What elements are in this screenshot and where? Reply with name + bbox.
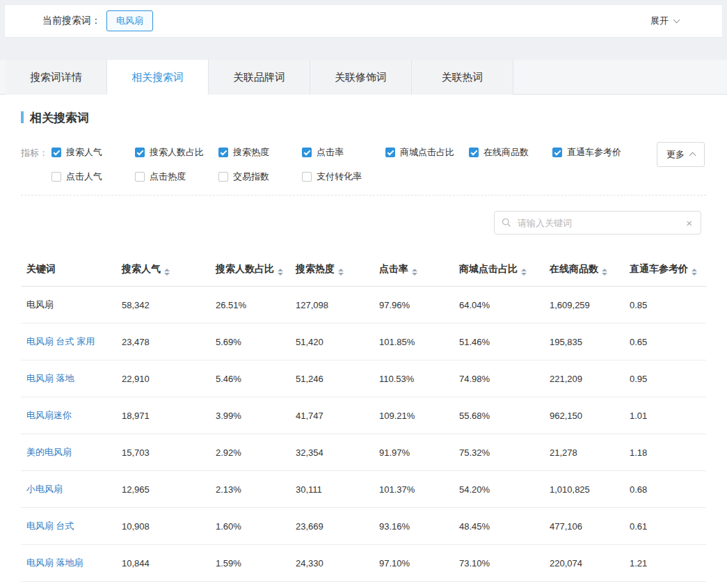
ztc-reference-price-cell: 1.21 bbox=[624, 545, 706, 582]
mall-click-ratio-cell: 64.04% bbox=[454, 287, 544, 324]
table-row: 电风扇 台式 10,908 1.60% 23,669 93.16% 48.45%… bbox=[21, 508, 706, 545]
metric-checkbox-item[interactable]: 搜索人数占比 bbox=[135, 146, 218, 159]
tab[interactable]: 关联修饰词 bbox=[310, 60, 412, 95]
search-heat-cell: 32,354 bbox=[290, 434, 374, 471]
table-header-cell[interactable]: 搜索人数占比 bbox=[210, 253, 290, 287]
checkbox[interactable] bbox=[302, 172, 312, 182]
keyword-link[interactable]: 电风扇 落地扇 bbox=[26, 557, 83, 568]
sort-icon[interactable] bbox=[412, 269, 417, 276]
table-header-cell[interactable]: 直通车参考价 bbox=[624, 253, 706, 287]
mall-click-ratio-cell: 51.46% bbox=[454, 324, 544, 360]
tab[interactable]: 相关搜索词 bbox=[107, 60, 209, 95]
search-term-tag[interactable]: 电风扇 bbox=[106, 10, 153, 31]
column-label: 点击率 bbox=[379, 263, 408, 274]
checkbox-label: 在线商品数 bbox=[484, 146, 529, 159]
expand-button[interactable]: 展开 bbox=[650, 15, 679, 27]
online-products-cell: 220,074 bbox=[544, 545, 624, 582]
metric-checkbox-item[interactable]: 搜索热度 bbox=[218, 146, 302, 159]
metric-row-1: 搜索人气 搜索人数占比 搜索热度 点击率 bbox=[51, 146, 706, 159]
sort-icon[interactable] bbox=[338, 269, 344, 276]
ztc-reference-price-cell: 1.18 bbox=[624, 434, 706, 471]
tab[interactable]: 关联品牌词 bbox=[209, 60, 310, 95]
checkbox-label: 直通车参考价 bbox=[567, 146, 621, 159]
metrics-label: 指标： bbox=[21, 146, 51, 195]
metric-checkbox-item[interactable]: 点击率 bbox=[302, 146, 385, 159]
keyword-cell: 小电风扇 bbox=[21, 471, 116, 508]
metric-checkbox-item[interactable]: 点击人气 bbox=[51, 170, 135, 183]
table-header-cell[interactable]: 关键词 bbox=[21, 253, 116, 287]
search-heat-cell: 30,111 bbox=[290, 471, 374, 508]
checkbox[interactable] bbox=[469, 148, 479, 157]
search-row: × bbox=[26, 211, 701, 235]
sort-icon[interactable] bbox=[164, 269, 170, 276]
sort-icon[interactable] bbox=[521, 269, 527, 276]
sort-icon[interactable] bbox=[602, 269, 607, 276]
tab[interactable]: 搜索词详情 bbox=[6, 60, 107, 95]
keyword-cell: 电风扇 落地扇 bbox=[21, 545, 116, 582]
metric-checkbox-item[interactable]: 支付转化率 bbox=[302, 170, 385, 183]
keyword-link[interactable]: 小电风扇 bbox=[26, 484, 63, 494]
click-rate-cell: 97.96% bbox=[374, 287, 454, 324]
metric-checkbox-item[interactable]: 直通车参考价 bbox=[552, 146, 636, 159]
table-header-cell[interactable]: 搜索热度 bbox=[290, 253, 374, 287]
searcher-ratio-cell: 5.69% bbox=[210, 324, 290, 360]
checkbox-label: 商城点击占比 bbox=[400, 146, 454, 159]
metric-checkbox-item[interactable]: 搜索人气 bbox=[51, 146, 135, 159]
keyword-cell: 电风扇迷你 bbox=[21, 397, 116, 434]
keyword-search-input[interactable] bbox=[516, 217, 685, 229]
table-header-cell[interactable]: 在线商品数 bbox=[544, 253, 624, 287]
checkbox[interactable] bbox=[51, 148, 61, 157]
clear-icon[interactable]: × bbox=[685, 218, 694, 228]
mall-click-ratio-cell: 48.45% bbox=[454, 508, 544, 545]
tab[interactable]: 关联热词 bbox=[412, 60, 513, 95]
searcher-ratio-cell: 26.51% bbox=[210, 287, 290, 324]
keyword-link[interactable]: 电风扇 台式 bbox=[26, 521, 74, 531]
checkbox[interactable] bbox=[218, 172, 228, 182]
ztc-reference-price-cell: 0.95 bbox=[624, 360, 706, 397]
sort-icon[interactable] bbox=[278, 269, 283, 276]
checkbox[interactable] bbox=[552, 148, 562, 157]
search-heat-cell: 51,420 bbox=[290, 324, 374, 360]
search-icon bbox=[502, 218, 511, 228]
metric-checkbox-item[interactable]: 商城点击占比 bbox=[385, 146, 469, 159]
column-label: 搜索热度 bbox=[296, 263, 335, 274]
searcher-ratio-cell: 1.60% bbox=[210, 508, 290, 545]
click-rate-cell: 101.37% bbox=[374, 471, 454, 508]
metric-row-2: 点击人气 点击热度 交易指数 支付转化率 bbox=[51, 170, 706, 183]
ztc-reference-price-cell: 0.85 bbox=[624, 287, 706, 324]
dashed-divider bbox=[21, 195, 706, 196]
metric-rows: 搜索人气 搜索人数占比 搜索热度 点击率 bbox=[51, 146, 706, 195]
more-button[interactable]: 更多 bbox=[657, 142, 705, 167]
keyword-link[interactable]: 电风扇 台式 家用 bbox=[26, 336, 95, 347]
online-products-cell: 195,835 bbox=[544, 324, 624, 360]
mall-click-ratio-cell: 74.98% bbox=[454, 360, 544, 397]
checkbox[interactable] bbox=[135, 172, 145, 182]
sort-icon[interactable] bbox=[692, 269, 697, 276]
main-content: 相关搜索词 指标： 搜索人气 搜索人数占比 bbox=[0, 95, 727, 588]
table-header-cell[interactable]: 商城点击占比 bbox=[454, 253, 544, 287]
checkbox[interactable] bbox=[385, 148, 395, 157]
search-popularity-cell: 58,342 bbox=[116, 287, 210, 324]
keyword-link[interactable]: 电风扇 bbox=[26, 299, 54, 310]
table-header-cell[interactable]: 搜索人气 bbox=[116, 253, 210, 287]
checkbox[interactable] bbox=[218, 148, 228, 157]
search-heat-cell: 24,330 bbox=[290, 545, 374, 582]
keyword-search-box[interactable]: × bbox=[494, 211, 701, 235]
keyword-link[interactable]: 电风扇 落地 bbox=[26, 373, 74, 383]
checkbox[interactable] bbox=[135, 148, 145, 157]
search-popularity-cell: 12,965 bbox=[116, 471, 210, 508]
metric-checkbox-item[interactable]: 在线商品数 bbox=[469, 146, 552, 159]
checkbox[interactable] bbox=[302, 148, 312, 157]
table-header-cell[interactable]: 点击率 bbox=[374, 253, 454, 287]
expand-label: 展开 bbox=[650, 15, 669, 27]
table-row: 电风扇 落地扇 10,844 1.59% 24,330 97.10% 73.10… bbox=[21, 545, 706, 582]
keyword-link[interactable]: 美的电风扇 bbox=[26, 447, 72, 457]
metric-checkbox-item[interactable]: 交易指数 bbox=[218, 170, 302, 183]
keyword-link[interactable]: 电风扇迷你 bbox=[26, 410, 72, 420]
column-label: 直通车参考价 bbox=[630, 263, 688, 274]
checkbox[interactable] bbox=[51, 172, 61, 182]
metric-checkbox-item[interactable]: 点击热度 bbox=[135, 170, 218, 183]
checkbox-label: 搜索人数占比 bbox=[150, 146, 204, 159]
online-products-cell: 962,150 bbox=[544, 397, 624, 434]
section-title: 相关搜索词 bbox=[21, 95, 706, 125]
